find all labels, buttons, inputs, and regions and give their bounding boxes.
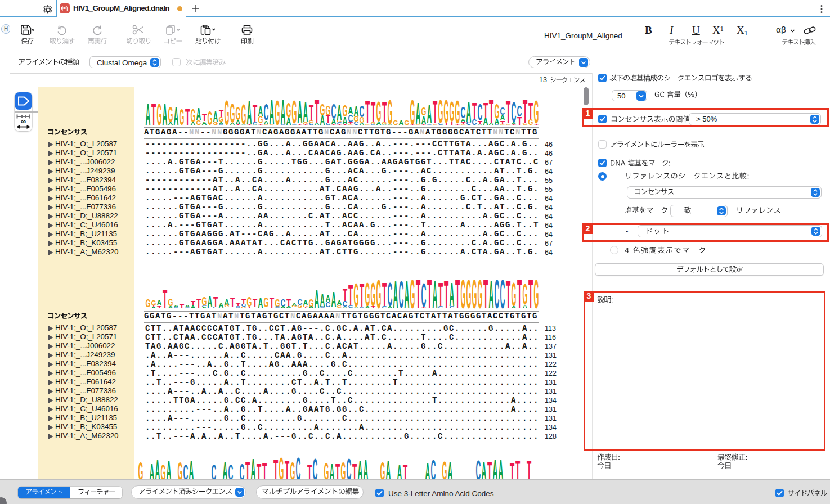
svg-text:A: A [270,92,275,126]
svg-text:A: A [388,124,393,125]
svg-text:C: C [326,122,331,125]
svg-text:G: G [161,460,166,479]
svg-text:A: A [365,305,370,309]
svg-text:T: T [444,123,449,126]
svg-text:A: A [330,459,335,479]
svg-text:T: T [416,272,420,309]
svg-text:G: G [410,92,415,126]
svg-text:A: A [298,94,303,126]
svg-text:G: G [472,272,477,309]
svg-text:G: G [438,94,443,126]
svg-text:T: T [365,94,370,126]
svg-text:T: T [303,307,308,309]
svg-text:A: A [348,307,354,308]
svg-text:C: C [438,122,443,125]
svg-text:A: A [405,273,410,309]
svg-text:G: G [393,120,398,126]
svg-text:C: C [146,307,151,308]
svg-text:T: T [399,307,403,308]
svg-text:C: C [208,307,213,309]
svg-text:C: C [337,307,343,308]
svg-text:G: G [421,307,427,308]
svg-text:A: A [146,97,151,126]
svg-text:A: A [483,116,488,126]
svg-text:T: T [483,272,488,309]
svg-text:G: G [324,457,329,479]
svg-text:G: G [444,307,449,308]
svg-text:G: G [461,124,466,125]
svg-text:C: C [320,306,326,308]
svg-text:A: A [168,122,173,125]
svg-text:A: A [286,116,291,126]
svg-text:C: C [500,272,505,309]
svg-text:C: C [466,120,472,126]
svg-text:C: C [275,307,281,308]
svg-text:T: T [489,94,493,126]
svg-text:A: A [253,124,258,125]
svg-text:A: A [309,307,315,308]
svg-text:C: C [347,452,352,479]
svg-text:A: A [376,120,382,126]
svg-text:A: A [331,287,337,309]
svg-text:T: T [382,276,387,309]
svg-text:T: T [444,273,448,309]
svg-text:T: T [185,105,190,126]
svg-text:C: C [495,272,500,309]
svg-text:T: T [517,272,522,309]
svg-text:G: G [354,276,359,309]
svg-text:G: G [380,456,385,479]
svg-text:A: A [253,307,258,309]
svg-text:A: A [416,96,421,126]
svg-text:A: A [191,305,196,309]
svg-text:G: G [275,93,280,126]
svg-text:A: A [397,460,402,479]
svg-text:G: G [341,457,346,479]
svg-text:A: A [358,454,363,479]
svg-text:G: G [241,306,246,309]
svg-text:T: T [151,97,156,126]
svg-text:T: T [371,305,376,309]
svg-text:T: T [335,459,340,479]
svg-text:G: G [292,305,297,308]
svg-text:A: A [258,294,263,309]
svg-text:T: T [360,276,364,309]
svg-text:A: A [478,124,483,125]
svg-text:T: T [421,124,426,125]
svg-text:A: A [286,307,292,308]
svg-text:G: G [410,272,415,309]
svg-text:C: C [450,305,455,309]
svg-text:T: T [247,124,252,125]
svg-text:C: C [382,305,387,309]
svg-text:G: G [180,308,185,309]
svg-text:A: A [360,122,365,125]
svg-text:T: T [528,272,533,309]
svg-text:T: T [315,94,319,126]
svg-text:A: A [388,305,393,309]
svg-text:A: A [482,456,487,479]
svg-text:G: G [270,124,275,125]
svg-text:A: A [150,459,155,479]
svg-text:A: A [386,454,391,479]
svg-text:A: A [264,307,270,308]
svg-text:A: A [493,452,498,479]
svg-text:G: G [506,124,511,125]
svg-text:G: G [433,124,438,125]
svg-text:G: G [180,104,185,126]
svg-text:G: G [264,124,269,125]
svg-text:T: T [157,305,162,308]
svg-text:T: T [506,273,510,309]
svg-text:C: C [431,454,436,479]
svg-text:C: C [281,124,286,125]
svg-text:T: T [427,272,432,309]
svg-text:C: C [326,301,331,309]
svg-text:T: T [298,124,302,125]
svg-text:G: G [478,272,483,309]
svg-text:G: G [489,307,494,308]
svg-text:G: G [442,456,447,479]
svg-text:T: T [245,456,250,479]
svg-text:G: G [500,124,505,125]
svg-text:G: G [365,276,370,309]
svg-text:G: G [138,457,143,479]
svg-text:C: C [421,276,427,309]
svg-text:G: G [416,124,421,125]
